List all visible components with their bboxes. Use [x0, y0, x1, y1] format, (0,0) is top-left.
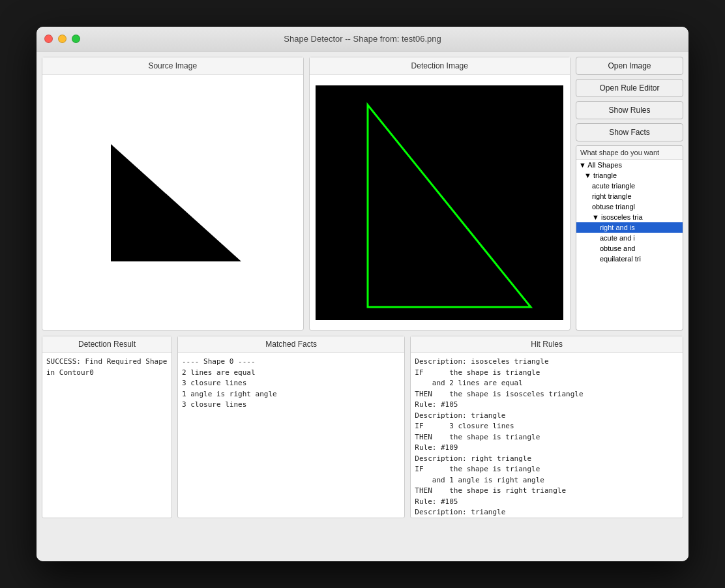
tree-item-obtuse[interactable]: obtuse triangl [576, 201, 683, 212]
tree-item-triangle[interactable]: ▼ triangle [576, 170, 683, 181]
app-window: Shape Detector -- Shape from: test06.png… [37, 27, 688, 561]
tree-item-isosceles[interactable]: ▼ isosceles tria [576, 212, 683, 222]
detection-image-content [310, 75, 570, 330]
source-triangle-shape [111, 144, 241, 261]
tree-scroll[interactable]: ▼ All Shapes▼ triangleacute trianglerigh… [576, 160, 683, 330]
hit-rules-panel: Hit Rules Description: isosceles triangl… [410, 336, 683, 518]
source-image-panel: Source Image [42, 57, 304, 331]
detection-result-content: SUCCESS: Find Required Shape in Contour0 [42, 353, 171, 518]
source-canvas [49, 85, 297, 320]
detection-result-label: Detection Result [42, 336, 171, 353]
window-title: Shape Detector -- Shape from: test06.png [284, 34, 441, 44]
show-rules-button[interactable]: Show Rules [576, 101, 683, 119]
main-content: Source Image Detection Image [37, 51, 688, 561]
hit-rules-label: Hit Rules [411, 336, 683, 353]
bottom-section: Detection Result SUCCESS: Find Required … [42, 336, 683, 518]
titlebar: Shape Detector -- Shape from: test06.png [37, 27, 688, 51]
source-image-content [42, 75, 303, 330]
minimize-button[interactable] [58, 35, 67, 43]
matched-facts-panel: Matched Facts ---- Shape 0 ---- 2 lines … [177, 336, 405, 518]
tree-item-right_iso[interactable]: right and is [576, 222, 683, 233]
tree-item-acute[interactable]: acute triangle [576, 181, 683, 191]
hit-rules-content: Description: isosceles triangle IF the s… [411, 353, 683, 518]
maximize-button[interactable] [72, 35, 80, 43]
open-rule-editor-button[interactable]: Open Rule Editor [576, 79, 683, 97]
close-button[interactable] [44, 35, 53, 43]
tree-item-all[interactable]: ▼ All Shapes [576, 160, 683, 170]
detection-image-label: Detection Image [310, 57, 570, 75]
right-sidebar: Open Image Open Rule Editor Show Rules S… [576, 57, 683, 331]
tree-item-right[interactable]: right triangle [576, 191, 683, 201]
matched-facts-label: Matched Facts [178, 336, 404, 353]
tree-item-acute_iso[interactable]: acute and i [576, 233, 683, 243]
open-image-button[interactable]: Open Image [576, 57, 683, 75]
detection-bg [316, 85, 563, 320]
tree-label: What shape do you want [576, 146, 683, 160]
detection-result-panel: Detection Result SUCCESS: Find Required … [42, 336, 172, 518]
top-section: Source Image Detection Image [42, 57, 683, 331]
source-image-label: Source Image [42, 57, 303, 75]
detection-canvas [316, 85, 563, 320]
tree-item-equilateral[interactable]: equilateral tri [576, 254, 683, 264]
titlebar-buttons [44, 35, 80, 43]
source-triangle-svg [98, 131, 248, 274]
tree-item-obtuse_iso[interactable]: obtuse and [576, 243, 683, 254]
matched-facts-content: ---- Shape 0 ---- 2 lines are equal 3 cl… [178, 353, 404, 518]
detection-image-panel: Detection Image [309, 57, 571, 331]
detection-triangle-svg [316, 85, 563, 320]
shape-tree: What shape do you want ▼ All Shapes▼ tri… [576, 145, 683, 331]
show-facts-button[interactable]: Show Facts [576, 123, 683, 141]
